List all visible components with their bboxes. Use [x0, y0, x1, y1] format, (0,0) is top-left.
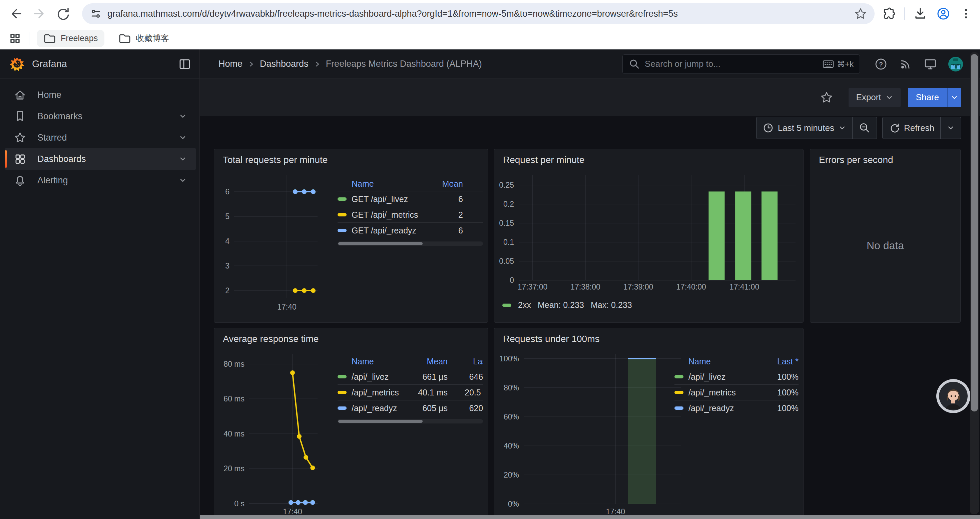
grafana-logo[interactable]: [10, 56, 25, 72]
user-avatar[interactable]: [948, 56, 963, 72]
series-color-chip: [502, 303, 511, 307]
horizontal-scrollbar[interactable]: [200, 515, 980, 519]
sidebar-item-label: Home: [37, 90, 196, 100]
favorite-star-icon[interactable]: [819, 91, 834, 105]
average-response-time-chart[interactable]: 80 ms60 ms40 ms20 ms0 s17:40: [217, 347, 344, 519]
folder-icon: [45, 35, 55, 42]
profile-icon[interactable]: [936, 6, 951, 21]
svg-text:100%: 100%: [500, 355, 519, 363]
vertical-scrollbar-track[interactable]: [970, 52, 979, 514]
refresh-interval-dropdown[interactable]: [940, 117, 961, 139]
panel-title[interactable]: Average response time: [223, 334, 318, 344]
vertical-scrollbar-thumb[interactable]: [970, 54, 978, 412]
bookmark-label: Freeleaps: [61, 34, 98, 43]
panel-title[interactable]: Total requests per minute: [223, 155, 328, 165]
zoom-out-icon: [859, 122, 870, 134]
extensions-icon[interactable]: [881, 7, 895, 21]
breadcrumb-dashboards[interactable]: Dashboards: [260, 59, 309, 69]
svg-text:3: 3: [225, 262, 229, 270]
sidebar-item-alerting[interactable]: Alerting: [5, 170, 196, 191]
browser-menu-icon[interactable]: [959, 7, 973, 21]
svg-text:?: ?: [879, 61, 883, 68]
site-settings-icon[interactable]: [89, 7, 102, 20]
legend-scrollbar[interactable]: [337, 241, 483, 246]
refresh-button[interactable]: Refresh: [883, 117, 940, 139]
legend-row[interactable]: /api/_readyz100%: [675, 400, 799, 416]
svg-text:80%: 80%: [504, 383, 519, 392]
svg-text:0.2: 0.2: [503, 200, 514, 208]
share-button[interactable]: Share: [908, 88, 961, 107]
back-button[interactable]: [9, 6, 23, 21]
star-icon: [13, 131, 27, 144]
series-color-chip: [337, 375, 347, 378]
dashboard-canvas: Last 5 minutes Refresh: [200, 116, 980, 519]
sidebar-item-home[interactable]: Home: [5, 84, 196, 105]
total-requests-chart[interactable]: 6543217:40: [217, 168, 344, 323]
panel-title[interactable]: Requests under 100ms: [503, 334, 600, 344]
series-name[interactable]: 2xx: [518, 300, 531, 310]
reload-button[interactable]: [56, 6, 70, 21]
svg-text:0.15: 0.15: [499, 219, 514, 227]
svg-text:20 ms: 20 ms: [223, 464, 245, 473]
search-box[interactable]: ⌘+k: [622, 54, 860, 74]
legend-row[interactable]: /api/_livez100%: [675, 369, 799, 385]
export-button[interactable]: Export: [849, 88, 900, 107]
breadcrumb: Home Dashboards Freeleaps Metrics Dashbo…: [218, 59, 482, 69]
sidebar-item-label: Starred: [37, 133, 178, 143]
chevron-down-icon[interactable]: [178, 112, 188, 121]
legend-row[interactable]: GET /api/_livez6: [337, 191, 483, 207]
svg-text:17:39:00: 17:39:00: [624, 283, 654, 291]
request-per-minute-chart[interactable]: 00.050.10.150.20.2517:37:0017:38:0017:39…: [497, 168, 797, 323]
bookmark-star-icon[interactable]: [854, 7, 867, 21]
sidebar-item-dashboards[interactable]: Dashboards: [5, 148, 196, 170]
monitor-icon[interactable]: [923, 57, 937, 71]
requests-under-100ms-chart[interactable]: 100%80%60%40%20%0%17:40: [497, 347, 690, 519]
apps-grid-icon[interactable]: [9, 32, 21, 45]
svg-text:80 ms: 80 ms: [223, 360, 245, 368]
url-text[interactable]: grafana.mathmast.com/d/deytv4rwavabkb/fr…: [107, 9, 854, 19]
legend-row[interactable]: GET /api/_metrics2: [337, 207, 483, 222]
time-range-picker[interactable]: Last 5 minutes: [757, 117, 852, 139]
zoom-out-button[interactable]: [852, 117, 877, 139]
brand-label: Grafana: [32, 58, 178, 69]
legend-row[interactable]: /api/_readyz605 µs620 µs: [337, 400, 483, 416]
refresh-label: Refresh: [904, 123, 934, 133]
legend-row[interactable]: /api/_metrics40.1 ms20.5 ms: [337, 385, 483, 400]
share-dropdown-button[interactable]: [947, 88, 961, 107]
series-mean: Mean: 0.233: [538, 300, 584, 310]
panel-requests-under-100ms: Requests under 100ms 100%80%60%40%20%0%1…: [494, 328, 803, 519]
sidebar-toggle-icon[interactable]: [178, 57, 191, 71]
help-icon[interactable]: ?: [874, 57, 888, 71]
chevron-down-icon[interactable]: [178, 176, 188, 185]
chevron-down-icon[interactable]: [178, 154, 188, 164]
legend-row[interactable]: GET /api/_readyz6: [337, 222, 483, 238]
sidebar-item-starred[interactable]: Starred: [5, 127, 196, 148]
chevron-down-icon[interactable]: [178, 133, 188, 142]
panel-errors-per-second: Errors per second No data: [810, 149, 961, 323]
legend-scrollbar[interactable]: [337, 419, 483, 423]
bookmark-folder-blogs[interactable]: 收藏博客: [112, 30, 176, 47]
svg-text:2: 2: [225, 286, 229, 295]
downloads-icon[interactable]: [913, 7, 927, 21]
url-bar[interactable]: grafana.mathmast.com/d/deytv4rwavabkb/fr…: [82, 3, 875, 24]
series-color-chip: [337, 406, 347, 410]
svg-text:17:41:00: 17:41:00: [730, 283, 759, 291]
bookmark-folder-freeleaps[interactable]: Freeleaps: [37, 30, 104, 47]
breadcrumb-home[interactable]: Home: [218, 59, 242, 69]
svg-text:40%: 40%: [504, 442, 519, 450]
sidebar-item-label: Bookmarks: [37, 111, 178, 121]
panel-title[interactable]: Errors per second: [819, 155, 893, 165]
svg-text:5: 5: [225, 212, 229, 221]
sidebar-item-label: Dashboards: [37, 154, 178, 164]
chevron-down-icon: [950, 94, 958, 102]
sidebar-item-bookmarks[interactable]: Bookmarks: [5, 105, 196, 127]
legend-row[interactable]: /api/_livez661 µs646 µs: [337, 369, 483, 385]
series-color-chip: [337, 229, 347, 232]
search-input[interactable]: [645, 59, 818, 69]
legend-row[interactable]: /api/_metrics100%: [675, 385, 799, 400]
panel-title[interactable]: Request per minute: [503, 155, 584, 165]
floating-user-avatar[interactable]: [936, 379, 970, 414]
time-range-label: Last 5 minutes: [778, 123, 834, 133]
news-rss-icon[interactable]: [899, 57, 913, 71]
forward-button[interactable]: [32, 6, 47, 21]
